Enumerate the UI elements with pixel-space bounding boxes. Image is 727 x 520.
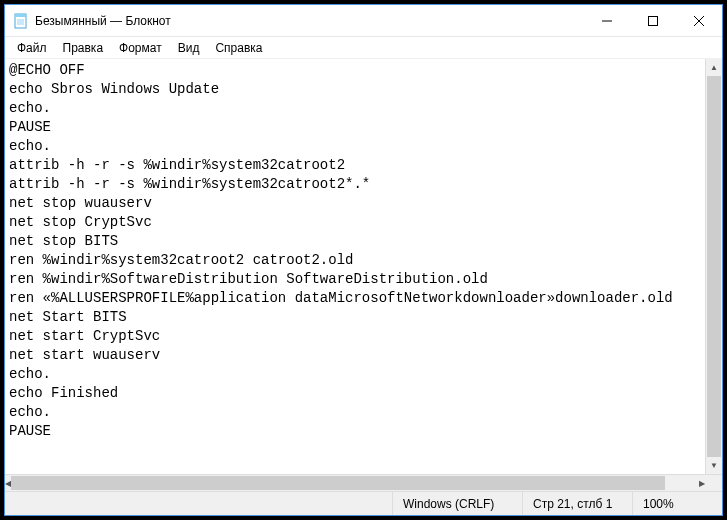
menubar: Файл Правка Формат Вид Справка <box>5 37 722 59</box>
titlebar: Безымянный — Блокнот <box>5 5 722 37</box>
hscroll-track[interactable] <box>11 475 699 491</box>
menu-format[interactable]: Формат <box>111 39 170 57</box>
menu-edit[interactable]: Правка <box>55 39 112 57</box>
close-button[interactable] <box>676 5 722 36</box>
menu-view[interactable]: Вид <box>170 39 208 57</box>
content-area: @ECHO OFF echo Sbros Windows Update echo… <box>5 59 722 474</box>
vertical-scrollbar[interactable]: ▲ ▼ <box>705 59 722 474</box>
scroll-track[interactable] <box>706 76 722 457</box>
notepad-window: Безымянный — Блокнот Файл Правка Формат … <box>4 4 723 516</box>
statusbar: Windows (CRLF) Стр 21, стлб 1 100% <box>5 491 722 515</box>
scroll-down-arrow-icon[interactable]: ▼ <box>706 457 722 474</box>
menu-file[interactable]: Файл <box>9 39 55 57</box>
notepad-icon <box>13 13 29 29</box>
minimize-button[interactable] <box>584 5 630 36</box>
svg-rect-1 <box>15 14 26 17</box>
window-controls <box>584 5 722 36</box>
scroll-thumb[interactable] <box>707 76 721 457</box>
status-line-ending: Windows (CRLF) <box>392 492 522 515</box>
svg-rect-6 <box>649 16 658 25</box>
scroll-up-arrow-icon[interactable]: ▲ <box>706 59 722 76</box>
text-editor[interactable]: @ECHO OFF echo Sbros Windows Update echo… <box>5 59 705 474</box>
maximize-button[interactable] <box>630 5 676 36</box>
horizontal-scrollbar[interactable]: ◀ ▶ <box>5 474 722 491</box>
window-title: Безымянный — Блокнот <box>35 14 584 28</box>
status-zoom: 100% <box>632 492 722 515</box>
hscroll-thumb[interactable] <box>11 476 665 490</box>
status-cursor-position: Стр 21, стлб 1 <box>522 492 632 515</box>
scroll-corner <box>705 475 722 491</box>
menu-help[interactable]: Справка <box>207 39 270 57</box>
